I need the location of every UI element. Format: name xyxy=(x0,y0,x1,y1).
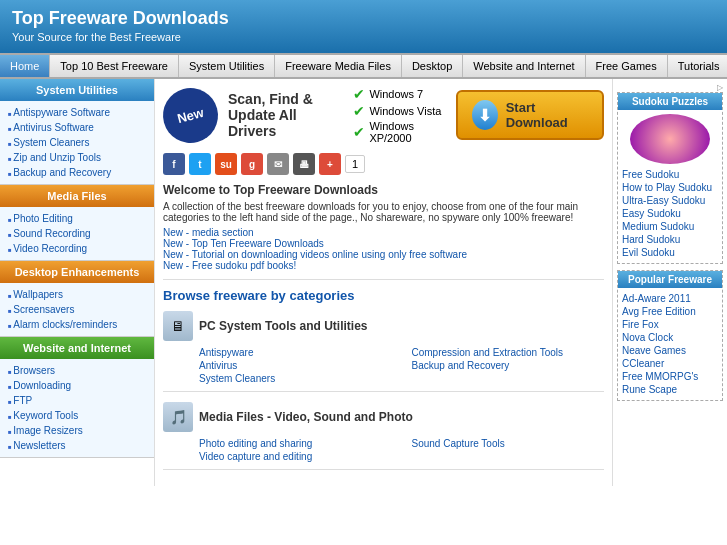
welcome-link[interactable]: New - media section xyxy=(163,227,604,238)
welcome-heading: Welcome to Top Freeware Downloads xyxy=(163,183,604,197)
center-content: New Scan, Find & Update All Drivers ✔Win… xyxy=(155,79,612,486)
email-icon[interactable]: ✉ xyxy=(267,153,289,175)
sudoku-link[interactable]: How to Play Sudoku xyxy=(622,181,718,194)
sudoku-links: Free SudokuHow to Play SudokuUltra-Easy … xyxy=(622,168,718,259)
sidebar-link[interactable]: Downloading xyxy=(8,378,146,393)
header: Top Freeware Downloads Your Source for t… xyxy=(0,0,727,53)
stumbleupon-icon[interactable]: su xyxy=(215,153,237,175)
sidebar-section-links: Antispyware SoftwareAntivirus SoftwareSy… xyxy=(0,101,154,185)
category-link[interactable]: Antispyware xyxy=(199,346,392,359)
category-link[interactable]: Backup and Recovery xyxy=(412,359,605,372)
sidebar-link[interactable]: Sound Recording xyxy=(8,226,146,241)
social-bar: ftsug✉🖶+1 xyxy=(163,153,604,175)
nav-item-freeware-media-files[interactable]: Freeware Media Files xyxy=(275,55,402,77)
sidebar-link[interactable]: Keyword Tools xyxy=(8,408,146,423)
banner-area: New Scan, Find & Update All Drivers ✔Win… xyxy=(163,85,604,145)
category-links: Photo editing and sharingVideo capture a… xyxy=(163,437,604,463)
os-check-item: ✔Windows XP/2000 xyxy=(353,120,445,144)
nav-bar: HomeTop 10 Best FreewareSystem Utilities… xyxy=(0,53,727,79)
category-col1: Photo editing and sharingVideo capture a… xyxy=(199,437,392,463)
popular-link[interactable]: Nova Clock xyxy=(622,331,718,344)
popular-link[interactable]: Ad-Aware 2011 xyxy=(622,292,718,305)
sidebar-link[interactable]: System Cleaners xyxy=(8,135,146,150)
left-sidebar: System UtilitiesAntispyware SoftwareAnti… xyxy=(0,79,155,486)
sidebar-link[interactable]: Wallpapers xyxy=(8,287,146,302)
sidebar-link[interactable]: Alarm clocks/reminders xyxy=(8,317,146,332)
nav-item-free-games[interactable]: Free Games xyxy=(586,55,668,77)
sidebar-link[interactable]: Video Recording xyxy=(8,241,146,256)
category-name: Media Files - Video, Sound and Photo xyxy=(199,410,413,424)
sidebar-section-links: Photo EditingSound RecordingVideo Record… xyxy=(0,207,154,261)
nav-item-desktop[interactable]: Desktop xyxy=(402,55,463,77)
print-icon[interactable]: 🖶 xyxy=(293,153,315,175)
nav-item-system-utilities[interactable]: System Utilities xyxy=(179,55,275,77)
sudoku-link[interactable]: Evil Sudoku xyxy=(622,246,718,259)
os-check-item: ✔Windows 7 xyxy=(353,86,445,102)
category-link[interactable]: Compression and Extraction Tools xyxy=(412,346,605,359)
nav-item-home[interactable]: Home xyxy=(0,55,50,77)
twitter-icon[interactable]: t xyxy=(189,153,211,175)
welcome-link[interactable]: New - Free sudoku pdf books! xyxy=(163,260,604,271)
category-icon: 🎵 xyxy=(163,402,193,432)
welcome-section: Welcome to Top Freeware Downloads A coll… xyxy=(163,183,604,280)
sudoku-link[interactable]: Easy Sudoku xyxy=(622,207,718,220)
ad-indicator: ▷ xyxy=(617,83,723,92)
category-link[interactable]: Sound Capture Tools xyxy=(412,437,605,450)
sidebar-link[interactable]: Browsers xyxy=(8,363,146,378)
sidebar-link[interactable]: Zip and Unzip Tools xyxy=(8,150,146,165)
popular-link[interactable]: CCleaner xyxy=(622,357,718,370)
category-name: PC System Tools and Utilities xyxy=(199,319,367,333)
welcome-link[interactable]: New - Tutorial on downloading videos onl… xyxy=(163,249,604,260)
popular-link[interactable]: Rune Scape xyxy=(622,383,718,396)
sudoku-link[interactable]: Hard Sudoku xyxy=(622,233,718,246)
welcome-description: A collection of the best freeware downlo… xyxy=(163,201,604,223)
category-link[interactable]: Antivirus xyxy=(199,359,392,372)
popular-section: Popular FreewareAd-Aware 2011Avg Free Ed… xyxy=(617,270,723,401)
welcome-link[interactable]: New - Top Ten Freeware Downloads xyxy=(163,238,604,249)
google plus-icon[interactable]: + xyxy=(319,153,341,175)
category-link[interactable]: System Cleaners xyxy=(199,372,392,385)
sidebar-section: Desktop EnhancementsWallpapersScreensave… xyxy=(0,261,154,337)
sudoku-link[interactable]: Medium Sudoku xyxy=(622,220,718,233)
nav-item-tutorials[interactable]: Tutorials xyxy=(668,55,727,77)
browse-heading: Browse freeware by categories xyxy=(163,288,604,303)
category-links: AntispywareAntivirusSystem CleanersCompr… xyxy=(163,346,604,385)
check-icon: ✔ xyxy=(353,86,365,102)
sudoku-link[interactable]: Free Sudoku xyxy=(622,168,718,181)
banner-headline2: Update All Drivers xyxy=(228,107,333,139)
category-link[interactable]: Video capture and editing xyxy=(199,450,392,463)
popular-link[interactable]: Neave Games xyxy=(622,344,718,357)
sidebar-link[interactable]: Image Resizers xyxy=(8,423,146,438)
site-title: Top Freeware Downloads xyxy=(12,8,715,29)
popular-title: Popular Freeware xyxy=(618,271,722,288)
category-link[interactable]: Photo editing and sharing xyxy=(199,437,392,450)
download-button[interactable]: ⬇ Start Download xyxy=(456,90,604,140)
sidebar-link[interactable]: Antivirus Software xyxy=(8,120,146,135)
os-label: Windows XP/2000 xyxy=(369,120,445,144)
facebook-icon[interactable]: f xyxy=(163,153,185,175)
new-badge: New xyxy=(157,81,224,148)
sidebar-link[interactable]: Antispyware Software xyxy=(8,105,146,120)
os-checks: ✔Windows 7✔Windows Vista✔Windows XP/2000 xyxy=(353,85,445,145)
check-icon: ✔ xyxy=(353,124,365,140)
sidebar-link[interactable]: Photo Editing xyxy=(8,211,146,226)
sidebar-section-title: Website and Internet xyxy=(0,337,154,359)
category-col2: Compression and Extraction ToolsBackup a… xyxy=(412,346,605,385)
category-col1: AntispywareAntivirusSystem Cleaners xyxy=(199,346,392,385)
popular-link[interactable]: Fire Fox xyxy=(622,318,718,331)
popular-link[interactable]: Free MMORPG's xyxy=(622,370,718,383)
popular-link[interactable]: Avg Free Edition xyxy=(622,305,718,318)
sidebar-section: Media FilesPhoto EditingSound RecordingV… xyxy=(0,185,154,261)
nav-item-website-and-internet[interactable]: Website and Internet xyxy=(463,55,585,77)
sudoku-link[interactable]: Ultra-Easy Sudoku xyxy=(622,194,718,207)
popular-links: Ad-Aware 2011Avg Free EditionFire FoxNov… xyxy=(622,292,718,396)
sidebar-link[interactable]: Screensavers xyxy=(8,302,146,317)
sidebar-link[interactable]: Backup and Recovery xyxy=(8,165,146,180)
site-subtitle: Your Source for the Best Freeware xyxy=(12,31,715,43)
sidebar-link[interactable]: FTP xyxy=(8,393,146,408)
category-icon: 🖥 xyxy=(163,311,193,341)
category-header: 🎵 Media Files - Video, Sound and Photo xyxy=(163,402,604,432)
google-icon[interactable]: g xyxy=(241,153,263,175)
sidebar-link[interactable]: Newsletters xyxy=(8,438,146,453)
nav-item-top-10-best-freeware[interactable]: Top 10 Best Freeware xyxy=(50,55,179,77)
